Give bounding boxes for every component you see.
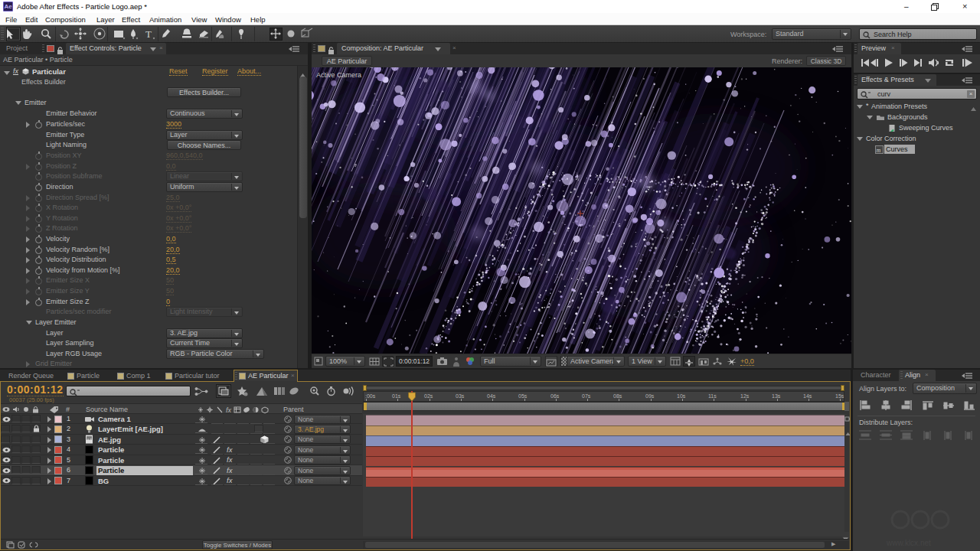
svg-text:T: T <box>145 28 152 40</box>
svg-text:m: m <box>877 147 881 154</box>
